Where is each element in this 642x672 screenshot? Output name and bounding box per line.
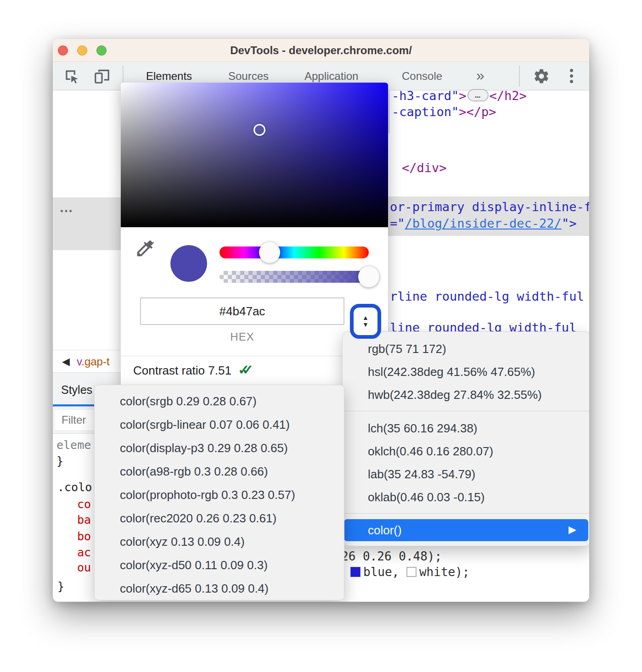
toolbar-separator [519, 66, 520, 87]
device-toolbar-icon[interactable] [93, 67, 111, 85]
menu-item-hsl[interactable]: hsl(242.38deg 41.56% 47.65%) [343, 360, 589, 383]
spinner-up-icon[interactable]: ▲ [362, 314, 369, 321]
color-format-menu: rgb(75 71 172) hsl(242.38deg 41.56% 47.6… [342, 331, 589, 546]
screenshot-stage: DevTools - developer.chrome.com/ Element… [0, 0, 642, 672]
menu-divider [343, 513, 589, 514]
menu-item-srgb[interactable]: color(srgb 0.29 0.28 0.67) [95, 390, 344, 413]
color-space-submenu: color(srgb 0.29 0.28 0.67) color(srgb-li… [94, 385, 344, 600]
menu-item-oklab[interactable]: oklab(0.46 0.03 -0.15) [343, 486, 589, 509]
alpha-slider[interactable] [220, 271, 369, 283]
breadcrumb-scroll-left-icon[interactable]: ◀ [62, 350, 70, 373]
css-value-wrapped[interactable]: 26 0.26 0.48); [341, 549, 442, 563]
dom-node-line[interactable]: -h3-card">…</h2> [392, 89, 527, 104]
css-property[interactable]: ac [77, 546, 91, 559]
dom-node-line[interactable]: rline rounded-lg width-ful [390, 289, 584, 303]
menu-item-lch[interactable]: lch(35 60.16 294.38) [343, 417, 589, 440]
collapsed-children-marker[interactable]: … [59, 200, 74, 215]
submenu-arrow-icon: ▶ [569, 519, 576, 541]
devtools-window: DevTools - developer.chrome.com/ Element… [53, 39, 589, 602]
hex-value-input[interactable]: #4b47ac [140, 297, 344, 325]
rule-close-brace: } [56, 454, 63, 468]
css-property[interactable]: bo [77, 530, 91, 543]
color-selection-ring[interactable] [253, 124, 265, 136]
contrast-pass-checks-icon: ✓✓ [231, 362, 246, 377]
color-swatch-blue[interactable] [350, 567, 360, 577]
alpha-slider-knob[interactable] [358, 266, 379, 287]
tab-styles[interactable]: Styles [61, 373, 92, 407]
element-style-selector[interactable]: eleme [56, 438, 91, 452]
spinner-down-icon[interactable]: ▼ [362, 321, 369, 328]
dom-node-line[interactable]: -caption"></p> [392, 105, 496, 119]
current-color-swatch[interactable] [170, 245, 207, 282]
css-value-wrapped[interactable]: blue, white); [350, 565, 470, 579]
menu-item-prophoto-rgb[interactable]: color(prophoto-rgb 0.3 0.23 0.57) [95, 483, 344, 507]
inspect-element-icon[interactable] [63, 67, 80, 85]
dom-node-line[interactable]: or-primary display-inline-f [390, 200, 589, 214]
css-property[interactable]: ou [77, 561, 91, 574]
hex-format-label: HEX [140, 330, 344, 343]
menu-item-rgb[interactable]: rgb(75 71 172) [343, 337, 589, 360]
rule-close-brace: } [57, 580, 64, 593]
menu-item-lab[interactable]: lab(35 24.83 -54.79) [343, 463, 589, 486]
tab-console[interactable]: Console [402, 62, 442, 90]
hue-slider[interactable] [220, 246, 369, 258]
more-tabs-chevron-icon[interactable]: » [476, 62, 484, 90]
eyedropper-icon[interactable] [135, 238, 156, 259]
contrast-ratio-row[interactable]: Contrast ratio 7.51✓✓ [133, 362, 246, 378]
menu-item-hwb[interactable]: hwb(242.38deg 27.84% 32.55%) [343, 383, 589, 406]
menu-item-xyz-d50[interactable]: color(xyz-d50 0.11 0.09 0.3) [95, 554, 344, 577]
hue-slider-knob[interactable] [259, 242, 280, 263]
expand-node-ellipsis[interactable]: … [467, 89, 489, 101]
color-swatch-white[interactable] [406, 567, 417, 577]
menu-item-color-function[interactable]: color()▶ [344, 519, 588, 541]
kebab-menu-icon[interactable] [570, 67, 573, 85]
window-title: DevTools - developer.chrome.com/ [53, 39, 589, 62]
menu-item-display-p3[interactable]: color(display-p3 0.29 0.28 0.65) [95, 437, 344, 460]
rule-selector[interactable]: .colo [57, 481, 92, 494]
tree-indent-guide [389, 90, 389, 133]
css-property[interactable]: ba [77, 513, 91, 526]
menu-item-srgb-linear[interactable]: color(srgb-linear 0.07 0.06 0.41) [95, 413, 344, 437]
menu-item-oklch[interactable]: oklch(0.46 0.16 280.07) [343, 440, 589, 463]
breadcrumb[interactable]: v.gap-t [77, 350, 110, 373]
css-property[interactable]: co [77, 498, 91, 511]
menu-item-xyz-d65[interactable]: color(xyz-d65 0.13 0.09 0.4) [95, 577, 344, 600]
menu-item-a98-rgb[interactable]: color(a98-rgb 0.3 0.28 0.66) [95, 460, 344, 483]
menu-item-xyz[interactable]: color(xyz 0.13 0.09 0.4) [95, 530, 344, 554]
menu-item-rec2020[interactable]: color(rec2020 0.26 0.23 0.61) [95, 507, 344, 530]
dom-node-line[interactable]: </div> [402, 161, 447, 175]
saturation-value-area[interactable] [121, 83, 388, 227]
attribute-link[interactable]: /blog/insider-dec-22/ [405, 216, 562, 230]
format-switcher-spinner-highlight[interactable]: ▲ ▼ [350, 304, 381, 339]
settings-gear-icon[interactable] [533, 67, 550, 85]
menu-divider [343, 411, 589, 411]
titlebar: DevTools - developer.chrome.com/ [53, 39, 589, 62]
dom-node-line[interactable]: ="/blog/insider-dec-22/"> [390, 216, 576, 230]
